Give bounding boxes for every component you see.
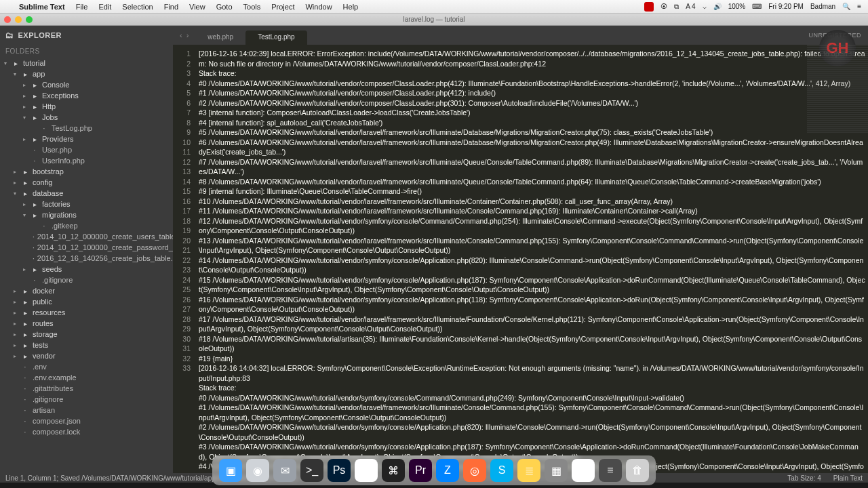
file-user-php[interactable]: ·User.php bbox=[0, 144, 173, 155]
folder-jobs[interactable]: ▾▸Jobs bbox=[0, 112, 173, 123]
nav-back-icon[interactable]: ‹ bbox=[180, 31, 182, 39]
explorer-label: EXPLORER bbox=[18, 31, 62, 39]
calc-icon[interactable]: ▦ bbox=[545, 459, 568, 482]
menu-project[interactable]: Project bbox=[266, 3, 300, 11]
editor[interactable]: 1234567891011121314151617181920212223242… bbox=[173, 45, 868, 473]
disclosure-arrow-icon: ▸ bbox=[23, 104, 30, 110]
photoshop-icon[interactable]: Ps bbox=[328, 459, 351, 482]
folder-app[interactable]: ▾▸app bbox=[0, 68, 173, 79]
nav-forward-icon[interactable]: › bbox=[186, 31, 189, 39]
tree-item-label: composer.json bbox=[33, 417, 81, 425]
file-userinfo-php[interactable]: ·UserInfo.php bbox=[0, 155, 173, 166]
file--gitignore[interactable]: ·.gitignore bbox=[0, 274, 173, 285]
terminal-icon[interactable]: >_ bbox=[300, 459, 323, 482]
disclosure-arrow-icon: ▸ bbox=[23, 136, 30, 142]
adobe-icon[interactable]: A 4 bbox=[686, 3, 695, 10]
file-testlog-php[interactable]: ·TestLog.php bbox=[0, 123, 173, 134]
slack-icon[interactable]: ※ bbox=[572, 459, 595, 482]
folder-icon: ▸ bbox=[20, 179, 30, 186]
file-artisan[interactable]: ·artisan bbox=[0, 405, 173, 415]
zalo-icon[interactable]: Z bbox=[436, 459, 459, 482]
disclosure-arrow-icon: ▾ bbox=[14, 190, 20, 197]
file-2016_12_16_140256_create_jobs_table-php[interactable]: ·2016_12_16_140256_create_jobs_table.php bbox=[0, 253, 173, 264]
menu-help[interactable]: Help bbox=[338, 3, 364, 11]
disclosure-arrow-icon: ▸ bbox=[14, 299, 20, 305]
file--gitignore[interactable]: ·.gitignore bbox=[0, 394, 173, 405]
file-icon: · bbox=[33, 233, 35, 241]
minimap[interactable] bbox=[807, 45, 868, 133]
sublime-icon[interactable]: ≡ bbox=[599, 459, 622, 482]
menu-file[interactable]: File bbox=[71, 3, 94, 11]
menu-find[interactable]: Find bbox=[159, 3, 184, 11]
folder-console[interactable]: ▸▸Console bbox=[0, 79, 173, 90]
postman-icon[interactable]: ◎ bbox=[463, 459, 486, 482]
status-tabsize[interactable]: Tab Size: 4 bbox=[787, 474, 821, 482]
folder-http[interactable]: ▸▸Http bbox=[0, 101, 173, 112]
file--env-example[interactable]: ·.env.example bbox=[0, 372, 173, 383]
menu-window[interactable]: Window bbox=[300, 3, 337, 11]
status-syntax[interactable]: Plain Text bbox=[833, 474, 863, 482]
clock[interactable]: Fri 9:20 PM bbox=[768, 3, 804, 10]
battery-status[interactable]: 100% bbox=[728, 3, 746, 10]
code-line: #7 /Volumes/DATA/WORKING/www/tutorial/ve… bbox=[199, 157, 865, 177]
input-icon[interactable]: ⌨ bbox=[752, 3, 762, 10]
menu-selection[interactable]: Selection bbox=[117, 3, 158, 11]
folder-tests[interactable]: ▸▸tests bbox=[0, 340, 173, 350]
folder-public[interactable]: ▸▸public bbox=[0, 296, 173, 307]
zoom-window-button[interactable] bbox=[26, 16, 33, 23]
file--gitattributes[interactable]: ·.gitattributes bbox=[0, 383, 173, 394]
vpn-icon[interactable] bbox=[644, 2, 654, 12]
safari-icon[interactable]: ◉ bbox=[246, 459, 269, 482]
file-icon: · bbox=[20, 418, 30, 425]
folder-providers[interactable]: ▸▸Providers bbox=[0, 134, 173, 144]
file-2014_10_12_100000_create_password_resets_table-p[interactable]: ·2014_10_12_100000_create_password_reset… bbox=[0, 242, 173, 253]
wifi-icon[interactable]: ⌵ bbox=[703, 3, 707, 10]
trash-icon[interactable]: 🗑 bbox=[626, 459, 649, 482]
skype-icon[interactable]: S bbox=[490, 459, 513, 482]
file-composer-lock[interactable]: ·composer.lock bbox=[0, 426, 173, 437]
tree-item-label: migrations bbox=[42, 211, 77, 219]
user-name[interactable]: Badman bbox=[810, 3, 835, 10]
folder-migrations[interactable]: ▾▸migrations bbox=[0, 209, 173, 220]
folder-tutorial[interactable]: ▾▸tutorial bbox=[0, 58, 173, 68]
app-name[interactable]: Sublime Text bbox=[14, 3, 71, 11]
folder-factories[interactable]: ▸▸factories bbox=[0, 199, 173, 209]
file--env[interactable]: ·.env bbox=[0, 361, 173, 372]
code-line: #3 [internal function]: Composer\Autoloa… bbox=[199, 108, 865, 118]
close-window-button[interactable] bbox=[4, 16, 11, 23]
folder-config[interactable]: ▸▸config bbox=[0, 177, 173, 188]
dropbox-icon[interactable]: ⧉ bbox=[674, 3, 679, 11]
menu-view[interactable]: View bbox=[184, 3, 211, 11]
folder-seeds[interactable]: ▸▸seeds bbox=[0, 264, 173, 274]
mail-icon[interactable]: ✉ bbox=[273, 459, 296, 482]
notes-icon[interactable]: ≣ bbox=[517, 459, 540, 482]
code-area[interactable]: [2016-12-16 14:02:39] local.ERROR: Error… bbox=[195, 45, 868, 473]
folder-database[interactable]: ▾▸database bbox=[0, 188, 173, 199]
finder-icon[interactable]: ▣ bbox=[219, 459, 242, 482]
minimize-window-button[interactable] bbox=[15, 16, 22, 23]
folder-docker[interactable]: ▸▸docker bbox=[0, 285, 173, 296]
tree-item-label: resources bbox=[33, 308, 65, 317]
folder-routes[interactable]: ▸▸routes bbox=[0, 318, 173, 329]
chrome-icon[interactable]: ◐ bbox=[355, 459, 378, 482]
folder-vendor[interactable]: ▸▸vendor bbox=[0, 350, 173, 361]
file-2014_10_12_000000_create_users_table-php[interactable]: ·2014_10_12_000000_create_users_table.ph… bbox=[0, 231, 173, 242]
file-composer-json[interactable]: ·composer.json bbox=[0, 415, 173, 426]
folder-resources[interactable]: ▸▸resources bbox=[0, 307, 173, 318]
menu-edit[interactable]: Edit bbox=[93, 3, 117, 11]
folder-storage[interactable]: ▸▸storage bbox=[0, 329, 173, 340]
premiere-icon[interactable]: Pr bbox=[409, 459, 432, 482]
tab-web-php[interactable]: web.php bbox=[195, 30, 245, 45]
tree-item-label: User.php bbox=[42, 146, 72, 154]
iterm-icon[interactable]: ⌘ bbox=[382, 459, 405, 482]
menu-tools[interactable]: Tools bbox=[238, 3, 267, 11]
menu-goto[interactable]: Goto bbox=[211, 3, 238, 11]
tab-testlog-php[interactable]: TestLog.php bbox=[245, 30, 307, 45]
spotlight-icon[interactable]: 🔍 bbox=[842, 3, 850, 10]
folder-exceptions[interactable]: ▸▸Exceptions bbox=[0, 90, 173, 101]
file--gitkeep[interactable]: ·.gitkeep bbox=[0, 220, 173, 231]
screencast-icon[interactable]: ⦿ bbox=[660, 3, 667, 10]
notifications-icon[interactable]: ≡ bbox=[857, 3, 861, 10]
folder-bootstrap[interactable]: ▸▸bootstrap bbox=[0, 166, 173, 177]
volume-icon[interactable]: 🔊 bbox=[713, 3, 722, 10]
